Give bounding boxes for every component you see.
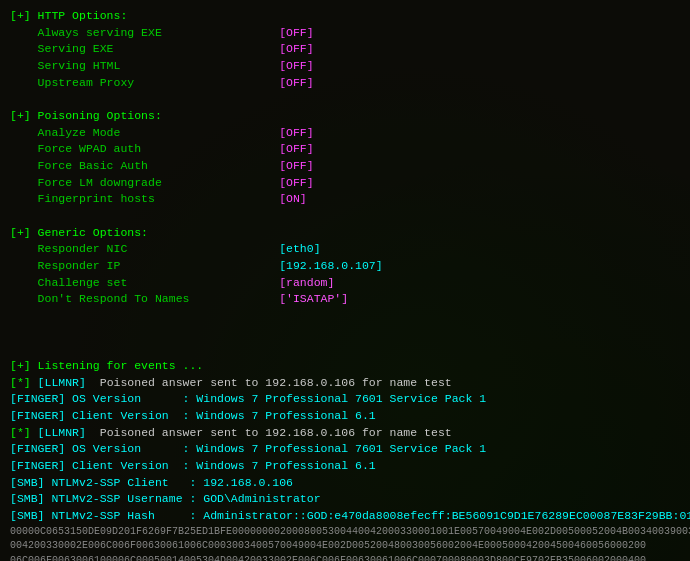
blank1 xyxy=(10,91,680,108)
challenge-set: Challenge set [random] xyxy=(10,275,680,292)
upstream-proxy: Upstream Proxy [OFF] xyxy=(10,75,680,92)
always-serving-exe: Always serving EXE [OFF] xyxy=(10,25,680,42)
smb-client: [SMB] NTLMv2-SSP Client : 192.168.0.106 xyxy=(10,475,680,492)
force-lm-downgrade: Force LM downgrade [OFF] xyxy=(10,175,680,192)
terminal-window: [+] HTTP Options: Always serving EXE [OF… xyxy=(0,0,690,561)
generic-options-header: [+] Generic Options: xyxy=(10,225,680,242)
finger-os-1: [FINGER] OS Version : Windows 7 Professi… xyxy=(10,391,680,408)
finger-client-2: [FINGER] Client Version : Windows 7 Prof… xyxy=(10,458,680,475)
responder-ip: Responder IP [192.168.0.107] xyxy=(10,258,680,275)
blank4 xyxy=(10,325,680,342)
finger-os-2: [FINGER] OS Version : Windows 7 Professi… xyxy=(10,441,680,458)
poisoning-options-header: [+] Poisoning Options: xyxy=(10,108,680,125)
http-options-header: [+] HTTP Options: xyxy=(10,8,680,25)
llmnr-poison-2: [*] [LLMNR] Poisoned answer sent to 192.… xyxy=(10,425,680,442)
serving-html: Serving HTML [OFF] xyxy=(10,58,680,75)
smb-username: [SMB] NTLMv2-SSP Username : GOD\Administ… xyxy=(10,491,680,508)
blank5 xyxy=(10,341,680,358)
finger-client-1: [FINGER] Client Version : Windows 7 Prof… xyxy=(10,408,680,425)
smb-hash-1: 00000C0653150DE09D201F6269F7B25ED1BFE000… xyxy=(10,525,680,540)
fingerprint-hosts: Fingerprint hosts [ON] xyxy=(10,191,680,208)
analyze-mode: Analyze Mode [OFF] xyxy=(10,125,680,142)
dont-respond-names: Don't Respond To Names ['ISATAP'] xyxy=(10,291,680,308)
blank3 xyxy=(10,308,680,325)
force-wpad-auth: Force WPAD auth [OFF] xyxy=(10,141,680,158)
smb-hash-label: [SMB] NTLMv2-SSP Hash : Administrator::G… xyxy=(10,508,680,525)
blank2 xyxy=(10,208,680,225)
serving-exe: Serving EXE [OFF] xyxy=(10,41,680,58)
smb-hash-3: 06C006F0063006100006C00050014005304D0042… xyxy=(10,554,680,561)
listening-msg: [+] Listening for events ... xyxy=(10,358,680,375)
smb-hash-2: 004200330002E006C006F00630061006C0003003… xyxy=(10,539,680,554)
force-basic-auth: Force Basic Auth [OFF] xyxy=(10,158,680,175)
llmnr-poison-1: [*] [LLMNR] Poisoned answer sent to 192.… xyxy=(10,375,680,392)
responder-nic: Responder NIC [eth0] xyxy=(10,241,680,258)
